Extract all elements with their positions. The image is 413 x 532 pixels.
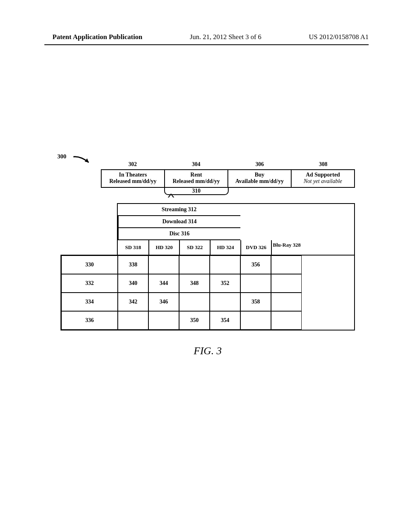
tab-title: Ad Supported xyxy=(292,172,353,178)
group-header-download: Download 314 xyxy=(118,216,240,228)
page-header: Patent Application Publication Jun. 21, … xyxy=(0,33,413,44)
active-tab-ref: 310 xyxy=(165,188,228,194)
grid-cell xyxy=(148,311,179,330)
grid-cell: 348 xyxy=(179,274,210,293)
header-mid: Jun. 21, 2012 Sheet 3 of 6 xyxy=(190,33,262,41)
column-headers: Streaming 312 Download 314 Disc 316 SD 3… xyxy=(117,203,355,256)
grid-cell: 344 xyxy=(148,274,179,293)
grid-cell xyxy=(179,256,210,274)
row-label: 330 xyxy=(61,256,118,274)
tab-buy[interactable]: Buy Available mm/dd/yy xyxy=(228,169,292,188)
grid-cell xyxy=(271,274,302,293)
grid-cell xyxy=(179,293,210,311)
grid-cell xyxy=(210,256,240,274)
tab-ref: 308 xyxy=(292,161,355,168)
grid-cell xyxy=(271,256,302,274)
grid-cell: 340 xyxy=(118,274,148,293)
tab-row: In Theaters Released mm/dd/yy Rent Relea… xyxy=(101,169,355,188)
group-header-streaming: Streaming 312 xyxy=(118,204,240,216)
tab-in-theaters[interactable]: In Theaters Released mm/dd/yy xyxy=(101,169,165,188)
col-header: SD 322 xyxy=(179,240,210,255)
tab-rent[interactable]: Rent Released mm/dd/yy xyxy=(165,169,228,188)
grid-cell: 346 xyxy=(148,293,179,311)
grid-cell: 356 xyxy=(240,256,271,274)
grid-cell: 354 xyxy=(210,311,240,330)
grid-cell xyxy=(240,311,271,330)
figure-3: 300 302 304 306 308 In Theaters Released… xyxy=(60,161,355,357)
grid-cell: 352 xyxy=(210,274,240,293)
tab-ref: 302 xyxy=(101,161,165,168)
tab-ref-row: 302 304 306 308 xyxy=(101,161,355,168)
tab-ad-supported[interactable]: Ad Supported Not yet available xyxy=(292,169,355,188)
grid-cell: 350 xyxy=(179,311,210,330)
figure-caption: FIG. 3 xyxy=(60,345,355,357)
grid-cell xyxy=(210,293,240,311)
col-header: HD 320 xyxy=(148,240,179,255)
header-rule xyxy=(44,44,369,45)
tab-subtitle: Available mm/dd/yy xyxy=(229,178,290,185)
tab-subtitle: Released mm/dd/yy xyxy=(166,178,227,185)
tab-subtitle: Not yet available xyxy=(292,178,353,185)
grid-cell: 358 xyxy=(240,293,271,311)
tab-title: In Theaters xyxy=(102,172,163,178)
row-label: 336 xyxy=(61,311,118,330)
col-header: HD 324 xyxy=(210,240,240,255)
leader-arrow-icon xyxy=(73,155,93,167)
tab-ref: 304 xyxy=(165,161,228,168)
callout-fill-icon xyxy=(169,195,173,198)
header-left: Patent Application Publication xyxy=(52,33,142,41)
grid-cell: 338 xyxy=(118,256,148,274)
col-header: SD 318 xyxy=(118,240,148,255)
group-header-disc: Disc 316 xyxy=(118,228,240,240)
col-header: DVD 326 xyxy=(240,240,271,255)
row-label: 334 xyxy=(61,293,118,311)
grid-cell xyxy=(271,293,302,311)
availability-grid: 330 338 356 332 340 344 348 352 334 342 … xyxy=(60,255,355,330)
tab-title: Rent xyxy=(166,172,227,178)
col-header: Blu-Ray 328 xyxy=(271,240,302,255)
tab-ref: 306 xyxy=(228,161,292,168)
active-tab-box: 310 xyxy=(164,188,229,195)
page: Patent Application Publication Jun. 21, … xyxy=(0,0,413,532)
grid-cell xyxy=(148,256,179,274)
tab-title: Buy xyxy=(229,172,290,178)
grid-cell xyxy=(271,311,302,330)
grid-cell: 342 xyxy=(118,293,148,311)
row-label: 332 xyxy=(61,274,118,293)
figure-ref-main: 300 xyxy=(57,153,67,160)
header-right: US 2012/0158708 A1 xyxy=(309,33,369,41)
active-tab-indicator: 310 xyxy=(101,188,355,195)
tab-subtitle: Released mm/dd/yy xyxy=(102,178,163,185)
grid-cell xyxy=(118,311,148,330)
grid-cell xyxy=(240,274,271,293)
